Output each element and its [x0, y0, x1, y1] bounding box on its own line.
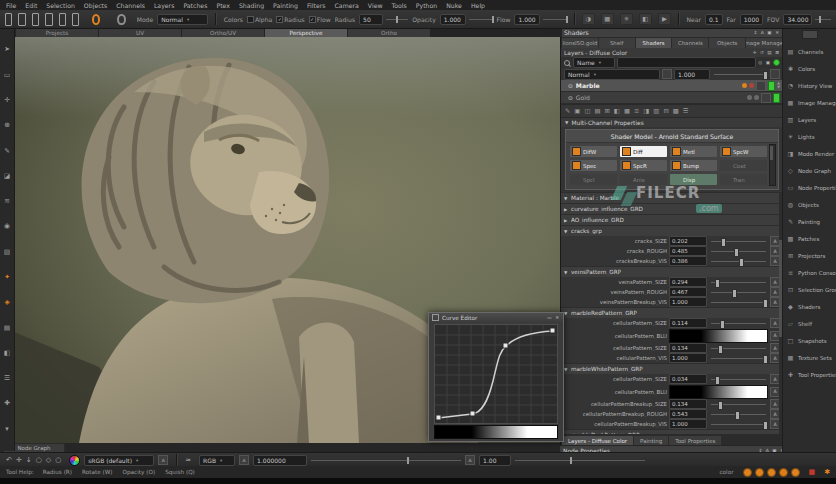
- layer-action-icon[interactable]: ⊞: [605, 107, 610, 115]
- blend-amount-field[interactable]: 1.000: [674, 69, 710, 80]
- palette-tab[interactable]: Shelf: [599, 38, 635, 48]
- menu-item[interactable]: Camera: [335, 2, 359, 9]
- slider-knob[interactable]: [732, 289, 737, 298]
- property-slider[interactable]: [711, 404, 766, 405]
- tool-icon[interactable]: ➤: [4, 46, 10, 53]
- gain-value-field[interactable]: 1.000000: [253, 455, 307, 466]
- lighting-mode-icon[interactable]: ✳: [620, 13, 633, 25]
- colorspace-dropdown[interactable]: sRGB (default): [84, 455, 154, 466]
- property-value-field[interactable]: 0.034: [669, 374, 707, 384]
- collapse-triangle-icon[interactable]: ▼: [564, 270, 569, 275]
- cached-icon[interactable]: [747, 95, 752, 100]
- property-row[interactable]: cracksBreakup_VIS 0.386 A: [561, 256, 783, 266]
- property-row[interactable]: cracks_ROUGH 0.485 A: [561, 246, 783, 256]
- colorspace-keyframe-button[interactable]: A: [158, 455, 168, 465]
- view-nav-icon[interactable]: ◇: [46, 456, 51, 464]
- layer-action-icon[interactable]: ⊟: [663, 107, 668, 115]
- layer-action-icon[interactable]: ✎: [565, 107, 570, 115]
- palette-sidebar-item[interactable]: ▩ Patches: [783, 230, 836, 247]
- palette-tab[interactable]: Shaders: [636, 38, 672, 48]
- palette-sidebar-item[interactable]: ▭ Node Properties: [783, 179, 836, 196]
- property-row[interactable]: ▶ curvature_influence_GRD: [561, 203, 783, 214]
- property-row[interactable]: veinsPattern_SIZE 0.294 A: [561, 277, 783, 287]
- lighting-mode-icon[interactable]: ◑: [582, 13, 595, 25]
- slider-knob[interactable]: [721, 238, 726, 247]
- property-row[interactable]: ▼ Material : Marble: [561, 192, 783, 203]
- channel-button[interactable]: Disp: [670, 174, 717, 185]
- fov-field[interactable]: 34.000: [783, 14, 812, 25]
- palette-tab[interactable]: Image Manager: [746, 38, 782, 48]
- layer-action-icon[interactable]: ▦: [624, 107, 630, 115]
- menu-item[interactable]: Ptex: [216, 2, 230, 9]
- tool-icon[interactable]: ◧: [4, 350, 10, 357]
- view-nav-icon[interactable]: ○: [55, 456, 61, 464]
- bottom-tab[interactable]: Layers - Diffuse Color: [562, 436, 633, 445]
- menu-item[interactable]: Patches: [183, 2, 207, 9]
- property-slider[interactable]: [711, 261, 766, 262]
- menu-item[interactable]: Python: [416, 2, 437, 9]
- color-swatch[interactable]: [743, 468, 752, 477]
- property-value-field[interactable]: 0.543: [669, 409, 707, 419]
- channel-button[interactable]: Anis: [620, 174, 667, 185]
- layer-action-icon[interactable]: ◫: [584, 107, 590, 115]
- palette-sidebar-item[interactable]: ▥ Layers: [783, 111, 836, 128]
- curve-editor-grid[interactable]: [434, 324, 558, 424]
- menu-item[interactable]: File: [6, 2, 16, 9]
- view-nav-icon[interactable]: ↶: [6, 456, 12, 464]
- flow-slider[interactable]: [543, 19, 567, 20]
- layer-thumbnail[interactable]: [773, 93, 780, 103]
- palette-sidebar-item[interactable]: ▦ Texture Sets: [783, 349, 836, 366]
- layer-options-button[interactable]: [761, 93, 771, 103]
- channel-button[interactable]: Diff: [620, 146, 667, 157]
- near-field[interactable]: 0.1: [705, 14, 723, 25]
- property-row[interactable]: cellularPatternBreakup_SIZE 0.134 A: [561, 399, 783, 409]
- collapse-triangle-icon[interactable]: ▼: [564, 311, 569, 316]
- lock-button[interactable]: [770, 69, 780, 79]
- channel-button[interactable]: Coat: [720, 160, 767, 171]
- slider-knob[interactable]: [718, 401, 723, 410]
- menu-item[interactable]: Channels: [116, 2, 145, 9]
- toggle-checkbox[interactable]: ✓Flow: [309, 16, 331, 23]
- layer-action-icon[interactable]: ▣: [574, 107, 580, 115]
- menu-item[interactable]: Edit: [25, 2, 37, 9]
- menu-item[interactable]: View: [368, 2, 383, 9]
- tool-icon[interactable]: ▾: [5, 426, 8, 433]
- lighting-mode-icon[interactable]: ◧: [639, 13, 652, 25]
- palette-tab[interactable]: lionsISO.gold: [562, 38, 598, 48]
- viewport-tab[interactable]: Perspective: [265, 28, 347, 37]
- color-swatch[interactable]: [791, 468, 800, 477]
- property-row[interactable]: cellularPattern_SIZE 0.134 A: [561, 343, 783, 353]
- layer-row-gold[interactable]: ⊙ Gold: [561, 92, 783, 104]
- layers-header-icons[interactable]: ✛ ↺ ▤ ⊠: [753, 50, 780, 55]
- layer-scroll-arrows[interactable]: ▲▼: [777, 82, 780, 90]
- tool-icon[interactable]: ✛: [4, 97, 10, 104]
- sidebar-collapse-button[interactable]: [802, 30, 818, 39]
- menu-item[interactable]: Painting: [273, 2, 298, 9]
- palette-tab[interactable]: Objects: [709, 38, 745, 48]
- property-value-field[interactable]: 0.386: [669, 256, 707, 266]
- opacity-slider[interactable]: [469, 19, 493, 20]
- layer-action-icon[interactable]: ◨: [643, 107, 649, 115]
- shaders-panel-titlebar[interactable]: Shaders ⇕ A ▣ ✕: [561, 28, 783, 37]
- save-project-icon[interactable]: [32, 13, 39, 26]
- property-value-field[interactable]: 1.000: [669, 297, 707, 307]
- tool-icon[interactable]: ≋: [4, 198, 10, 205]
- viewport-tab[interactable]: Projects: [16, 28, 98, 37]
- property-value-field[interactable]: 1.000: [669, 353, 707, 363]
- property-row[interactable]: ▼ marbleRedPattern_GRP: [561, 307, 783, 318]
- palette-sidebar-item[interactable]: ◔ History View: [783, 77, 836, 94]
- color-swatch[interactable]: [779, 468, 788, 477]
- curve-editor-titlebar[interactable]: Curve Editor ▭ ✕: [429, 313, 563, 322]
- far-field[interactable]: 1000: [740, 14, 763, 25]
- visibility-icon[interactable]: ⊙: [568, 83, 573, 89]
- palette-sidebar-item[interactable]: ☀ Lights: [783, 128, 836, 145]
- bottom-tab[interactable]: Tool Properties: [669, 436, 721, 445]
- palette-sidebar-item[interactable]: ⊡ Selection Groups: [783, 281, 836, 298]
- palette-sidebar-item[interactable]: ✎ Painting: [783, 213, 836, 230]
- slider-knob[interactable]: [715, 279, 720, 288]
- palette-sidebar-item[interactable]: ✚ Tool Properties: [783, 366, 836, 383]
- property-row[interactable]: cellularPattern_SIZE 0.034 A: [561, 374, 783, 384]
- property-slider[interactable]: [711, 414, 766, 415]
- radius-slider[interactable]: [386, 19, 409, 20]
- slider-knob[interactable]: [763, 355, 768, 364]
